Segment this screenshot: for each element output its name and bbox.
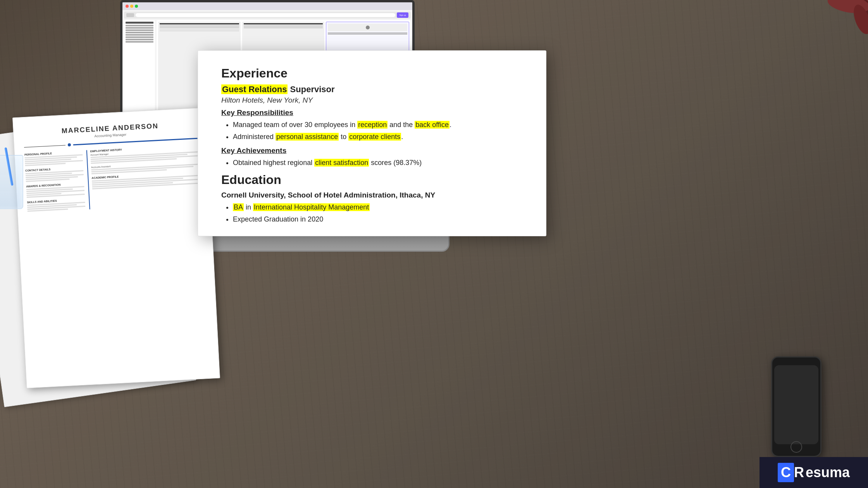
education-item-2: Expected Graduation in 2020 <box>233 215 525 224</box>
company-location: Hilton Hotels, New York, NY <box>221 96 525 105</box>
main-resume-card: Experience Guest Relations Supervisor Hi… <box>198 50 546 236</box>
personal-assistance-highlight: personal assistance <box>276 133 339 141</box>
guest-relations-highlight: Guest Relations <box>221 84 288 94</box>
education-item-1: BA in International Hospitality Manageme… <box>233 203 525 212</box>
responsibility-2-text-1: Administered <box>233 133 276 141</box>
responsibility-1-end: . <box>450 121 451 129</box>
hospitality-management-highlight: International Hospitality Management <box>253 203 370 211</box>
back-office-highlight: back office <box>415 121 450 129</box>
edu-in-text: in <box>244 203 253 211</box>
achievement-1-text-1: Obtained highest regional <box>233 159 314 167</box>
maximize-dot <box>135 5 138 8</box>
responsibilities-list: Managed team of over 30 employees in rec… <box>233 120 525 142</box>
corporate-clients-highlight: corporate clients <box>348 133 401 141</box>
cresuma-logo: CR esuma <box>760 457 868 488</box>
logo-esuma-text: esuma <box>806 464 850 481</box>
close-dot <box>126 5 129 8</box>
ba-highlight: BA <box>233 203 244 211</box>
graduation-text: Expected Graduation in 2020 <box>233 215 323 223</box>
logo-c-letter: C <box>778 463 794 482</box>
reception-highlight: reception <box>357 121 388 129</box>
responsibility-item-1: Managed team of over 30 employees in rec… <box>233 120 525 130</box>
responsibility-2-text-2: to <box>339 133 348 141</box>
logo-cr-container: CR <box>778 463 804 482</box>
achievements-list: Obtained highest regional client satisfa… <box>233 158 525 168</box>
plant-decoration <box>790 0 868 77</box>
experience-heading: Experience <box>221 66 525 81</box>
phone <box>771 356 822 457</box>
institution-name: Cornell University, School of Hotel Admi… <box>221 191 525 199</box>
education-heading: Education <box>221 173 525 187</box>
supervisor-text: Supervisor <box>288 84 334 94</box>
key-responsibilities-heading: Key Responsibilities <box>221 108 525 117</box>
achievement-1-text-2: scores (98.37%) <box>369 159 422 167</box>
phone-screen <box>774 365 818 444</box>
responsibility-2-end: . <box>401 133 403 141</box>
key-achievements-heading: Key Achievements <box>221 146 525 155</box>
responsibility-item-2: Administered personal assistance to corp… <box>233 132 525 142</box>
logo-r-letter: R <box>794 464 804 481</box>
education-list: BA in International Hospitality Manageme… <box>233 203 525 224</box>
achievement-item-1: Obtained highest regional client satisfa… <box>233 158 525 168</box>
minimize-dot <box>130 5 133 8</box>
client-satisfaction-highlight: client satisfaction <box>314 159 369 167</box>
responsibility-1-text-1: Managed team of over 30 employees in <box>233 121 357 129</box>
phone-home-button <box>790 441 802 453</box>
resume-paper-front: MARCELINE ANDERSON Accounting Manager PE… <box>12 107 220 388</box>
job-title: Guest Relations Supervisor <box>221 84 525 95</box>
browser-nav: Sign up <box>124 12 411 19</box>
responsibility-1-text-2: and the <box>388 121 415 129</box>
